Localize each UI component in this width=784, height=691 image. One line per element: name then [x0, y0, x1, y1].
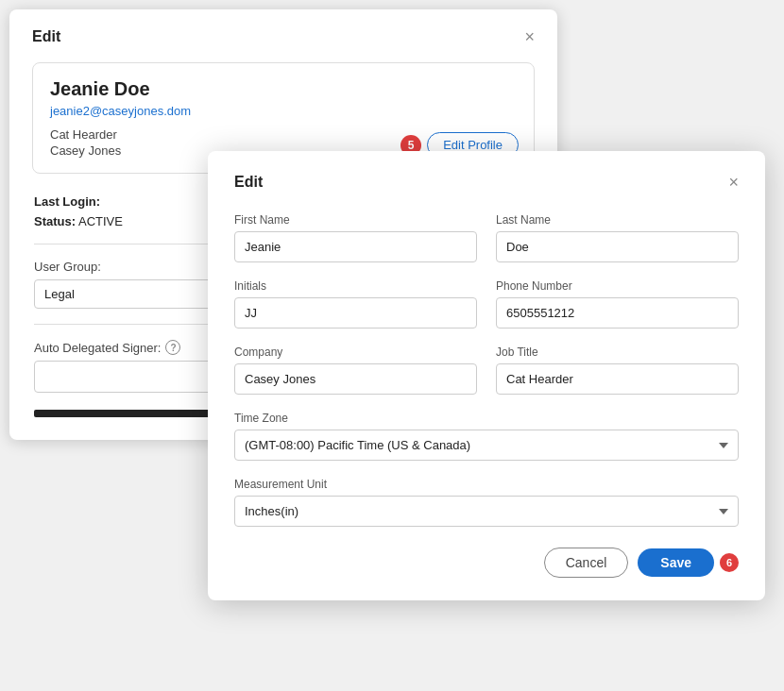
bg-close-button[interactable]: × — [524, 28, 535, 45]
user-group-input[interactable] — [34, 279, 223, 309]
company-label: Company — [234, 346, 477, 359]
last-login-label: Last Login: — [34, 194, 100, 209]
fg-modal-header: Edit × — [234, 174, 739, 191]
first-name-label: First Name — [234, 213, 477, 227]
measurement-select[interactable]: Inches(in) Centimeters(cm) Millimeters(m… — [234, 496, 739, 527]
measurement-field: Measurement Unit Inches(in) Centimeters(… — [234, 478, 739, 527]
status-label: Status: — [34, 214, 76, 228]
form-grid: First Name Last Name Initials Phone Numb… — [234, 213, 739, 527]
save-btn-wrap: Save 6 — [638, 548, 739, 577]
phone-label: Phone Number — [496, 279, 739, 293]
black-bar — [34, 410, 223, 417]
modal-footer: Cancel Save 6 — [234, 548, 739, 578]
timezone-select[interactable]: (GMT-08:00) Pacific Time (US & Canada) (… — [234, 430, 739, 461]
phone-input[interactable] — [496, 297, 739, 329]
bg-panel-header: Edit × — [32, 28, 535, 45]
help-icon[interactable]: ? — [165, 340, 180, 355]
first-name-field: First Name — [234, 213, 477, 262]
phone-field: Phone Number — [496, 279, 739, 329]
last-name-field: Last Name — [496, 213, 739, 262]
measurement-label: Measurement Unit — [234, 478, 739, 491]
cancel-button[interactable]: Cancel — [544, 548, 629, 578]
first-name-input[interactable] — [234, 231, 477, 262]
profile-email: jeanie2@caseyjones.dom — [50, 104, 517, 118]
job-title-input[interactable] — [496, 363, 739, 395]
bg-panel-title: Edit — [32, 28, 60, 45]
company-field: Company — [234, 346, 477, 395]
timezone-label: Time Zone — [234, 412, 739, 425]
profile-name: Jeanie Doe — [50, 78, 517, 100]
fg-modal-title: Edit — [234, 174, 263, 191]
job-title-label: Job Title — [496, 346, 739, 359]
initials-input[interactable] — [234, 297, 477, 329]
status-value: ACTIVE — [78, 214, 123, 228]
auto-delegated-input[interactable] — [34, 361, 223, 393]
last-name-input[interactable] — [496, 231, 739, 262]
job-title-field: Job Title — [496, 346, 739, 395]
save-button[interactable]: Save — [638, 548, 714, 577]
last-name-label: Last Name — [496, 213, 739, 227]
company-input[interactable] — [234, 363, 477, 395]
save-badge: 6 — [720, 553, 739, 572]
initials-field: Initials — [234, 279, 477, 329]
initials-label: Initials — [234, 279, 477, 293]
fg-close-button[interactable]: × — [728, 174, 739, 191]
timezone-field: Time Zone (GMT-08:00) Pacific Time (US &… — [234, 412, 739, 461]
fg-edit-modal: Edit × First Name Last Name Initials Pho… — [208, 151, 765, 600]
